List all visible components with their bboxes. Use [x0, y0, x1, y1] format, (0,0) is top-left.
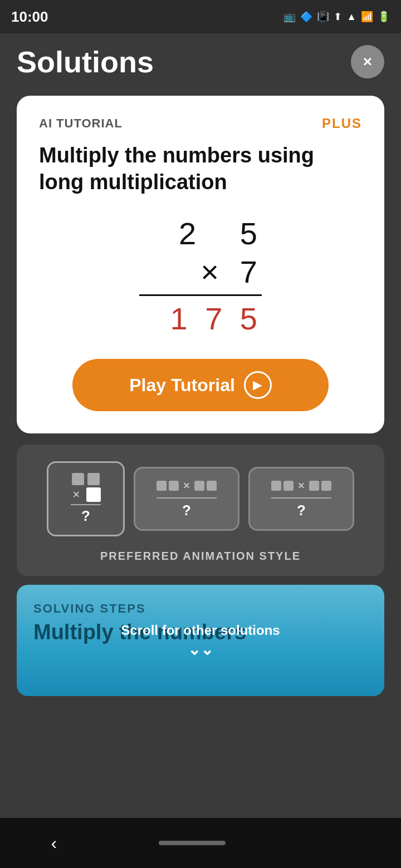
- card-title: Multiply the numbers using long multipli…: [39, 142, 362, 195]
- page-title: Solutions: [17, 45, 154, 79]
- animation-option-1[interactable]: × ?: [47, 461, 125, 536]
- anim-block: [271, 481, 281, 491]
- math-display: 2 5 × 7 1 7 5: [39, 215, 362, 337]
- status-bar: 10:00 📺 🔷 📳 ⬆ ▲ 📶 🔋: [0, 0, 401, 33]
- wifi-icon: ▲: [346, 11, 356, 23]
- anim-block: [321, 481, 331, 491]
- anim-block: [169, 481, 179, 491]
- anim-multiply-symbol: ×: [298, 479, 305, 493]
- anim-opt3-top: ×: [271, 479, 332, 493]
- battery-icon: 🔋: [378, 11, 390, 23]
- anim-row-1: [72, 473, 100, 485]
- animation-option-2[interactable]: × ?: [134, 467, 239, 531]
- plus-badge: PLUS: [322, 116, 362, 131]
- back-button[interactable]: ‹: [51, 833, 57, 854]
- anim-option-3-inner: × ?: [271, 479, 332, 519]
- animation-style-section: × ? × ?: [17, 445, 384, 576]
- anim-option-2-inner: × ?: [157, 479, 217, 519]
- anim-single-block: [86, 487, 101, 502]
- math-divider: [139, 294, 262, 296]
- anim-option-1-inner: × ?: [71, 473, 101, 525]
- solving-title: Multiply the numbers: [33, 620, 368, 644]
- anim-block: [157, 481, 167, 491]
- card-top-row: AI TUTORIAL PLUS: [39, 116, 362, 131]
- preferred-animation-label: PREFERRED ANIMATION STYLE: [30, 550, 371, 563]
- multiply-symbol: ×: [200, 254, 223, 290]
- signal-icon: 📶: [361, 11, 373, 23]
- bluetooth-icon: 🔷: [300, 11, 312, 23]
- multiplier-value: 7: [240, 254, 262, 290]
- result-digit-2: 7: [192, 300, 227, 337]
- anim-divider: [271, 497, 332, 499]
- solving-steps-section[interactable]: SOLVING STEPS Multiply the numbers Scrol…: [17, 585, 384, 696]
- anim-divider: [71, 504, 101, 505]
- data-icon: ⬆: [334, 11, 342, 23]
- vibrate-icon: 📳: [317, 11, 329, 23]
- anim-block: [309, 481, 319, 491]
- tutorial-card: AI TUTORIAL PLUS Multiply the numbers us…: [17, 96, 384, 433]
- play-icon: ▶: [244, 371, 272, 399]
- anim-block: [87, 473, 100, 485]
- cast-icon: 📺: [283, 11, 296, 23]
- anim-block: [283, 481, 294, 491]
- play-tutorial-button[interactable]: Play Tutorial ▶: [72, 359, 329, 411]
- navigation-bar: ‹: [0, 818, 401, 868]
- anim-middle-row: ×: [71, 487, 101, 502]
- anim-question: ?: [297, 502, 306, 519]
- multiplicand-value: 2 5: [179, 215, 262, 251]
- anim-multiply-symbol: ×: [183, 479, 190, 493]
- result-digit-1: 1: [170, 300, 192, 337]
- solving-label: SOLVING STEPS: [33, 601, 368, 616]
- result-digit-3: 5: [227, 300, 262, 337]
- anim-top-area: [72, 473, 100, 485]
- close-button[interactable]: ×: [351, 45, 384, 78]
- play-btn-container: Play Tutorial ▶: [39, 359, 362, 411]
- anim-opt2-top: ×: [157, 479, 217, 493]
- anim-multiply-symbol: ×: [73, 487, 80, 502]
- animation-option-3[interactable]: × ?: [248, 467, 354, 531]
- animation-options: × ? × ?: [30, 461, 371, 536]
- page-header: Solutions ×: [0, 33, 401, 96]
- math-multiplicand: 2 5: [139, 215, 262, 251]
- anim-question: ?: [81, 507, 90, 525]
- play-button-label: Play Tutorial: [129, 375, 235, 396]
- anim-block: [194, 481, 204, 491]
- anim-question: ?: [182, 502, 191, 519]
- status-icons: 📺 🔷 📳 ⬆ ▲ 📶 🔋: [283, 11, 390, 23]
- anim-block: [207, 481, 217, 491]
- math-result: 1 7 5: [139, 300, 262, 337]
- math-multiplier-row: × 7: [139, 254, 262, 290]
- ai-tutorial-label: AI TUTORIAL: [39, 116, 123, 131]
- home-indicator[interactable]: [159, 841, 226, 845]
- status-time: 10:00: [11, 8, 48, 26]
- anim-block: [72, 473, 84, 485]
- anim-divider: [157, 497, 217, 499]
